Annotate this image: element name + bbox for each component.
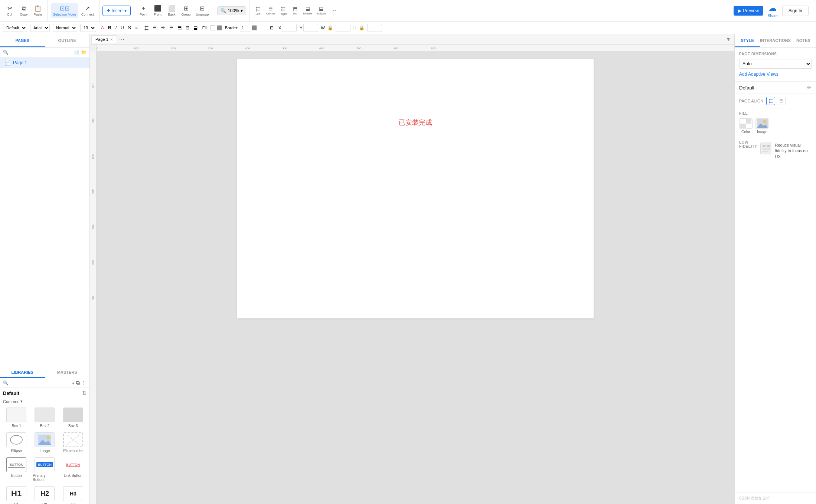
align-left-icon: ⬱ <box>256 6 260 12</box>
font-select[interactable]: Arial <box>30 24 50 32</box>
lock-h-button[interactable]: 🔒 <box>357 24 366 31</box>
h-input[interactable] <box>367 24 382 32</box>
tab-pages[interactable]: PAGES <box>0 34 45 47</box>
page-content[interactable]: 已安装完成 <box>237 59 594 318</box>
list-button[interactable]: ≡ <box>133 24 140 31</box>
w-input[interactable] <box>336 24 350 32</box>
align-middle-button[interactable]: ⬓ Middle <box>301 5 314 16</box>
front-button[interactable]: ⬛ Front <box>151 3 164 18</box>
lib-arrows[interactable]: ⇅ <box>82 390 87 396</box>
align-left-button[interactable]: ⬱ Left <box>252 5 264 17</box>
page-align-center-btn[interactable]: ☰ <box>777 97 786 105</box>
lib-search-input[interactable] <box>10 381 70 385</box>
lib-more-icon[interactable]: ⋮ <box>81 380 87 386</box>
connect-button[interactable]: ↗ Connect <box>79 3 96 18</box>
common-label: Common ▾ <box>0 398 89 405</box>
y-input[interactable] <box>303 24 318 32</box>
add-folder-icon[interactable]: 📁 <box>81 50 87 55</box>
fill-image-option[interactable]: Image <box>755 118 769 134</box>
font-size-select[interactable]: 13 <box>80 24 96 32</box>
border-align-button[interactable]: ⊟ <box>268 24 275 31</box>
connect-label: Connect <box>81 13 94 16</box>
text-align-center-button[interactable]: ☰ <box>151 24 159 31</box>
selection-mode-button[interactable]: ⊡⊡ Selection Mode <box>51 3 78 18</box>
canvas-expand-icon[interactable]: ▾ <box>724 36 733 43</box>
tab-libraries[interactable]: LIBRARIES <box>0 367 45 378</box>
insert-icon: ✚ <box>107 8 110 13</box>
text-valign-bot-button[interactable]: ⬓ <box>192 24 199 31</box>
tab-outline[interactable]: OUTLINE <box>45 34 90 47</box>
text-align-justify-button[interactable]: ☰ <box>167 24 175 31</box>
add-lib-icon[interactable]: + <box>72 380 75 386</box>
widget-image[interactable]: Image <box>31 431 58 454</box>
widget-h3[interactable]: H3 H3 <box>60 485 87 504</box>
fill-color2-box[interactable] <box>217 25 222 30</box>
widget-h1[interactable]: H1 H1 <box>3 485 30 504</box>
tab-interactions[interactable]: INTERACTIONS <box>760 34 791 47</box>
widget-primary-button[interactable]: BUTTON Primary Button <box>31 456 58 483</box>
border-input[interactable] <box>240 24 250 32</box>
tab-masters[interactable]: MASTERS <box>45 367 90 378</box>
widget-placeholder[interactable]: Placeholder <box>60 431 87 454</box>
cut-button[interactable]: ✂ Cut <box>3 3 16 18</box>
tab-notes[interactable]: NOTES <box>791 34 816 47</box>
canvas-tab-close-icon[interactable]: ✕ <box>110 37 113 42</box>
preview-button[interactable]: ▶ Preview <box>734 6 763 16</box>
ruler-mark-700: 700 <box>356 47 361 50</box>
fill-section: Fill: <box>202 25 222 30</box>
italic-button[interactable]: I <box>114 24 118 31</box>
copy-button[interactable]: ⧉ Copy <box>17 4 30 18</box>
x-input[interactable] <box>282 24 297 32</box>
canvas-page[interactable]: 已安装完成 <box>97 51 734 504</box>
back-button[interactable]: ⬜ Back <box>165 3 179 18</box>
widget-h2[interactable]: H2 H2 <box>31 485 58 504</box>
page-align-row: PAGE ALIGN ⬱ ☰ <box>739 97 812 105</box>
add-page-icon[interactable]: 📄 <box>74 50 79 55</box>
fill-color-box[interactable] <box>210 25 215 30</box>
widget-ellipse[interactable]: Ellipse <box>3 431 30 454</box>
widget-box2[interactable]: Box 2 <box>31 406 58 429</box>
edit-icon[interactable]: ✏ <box>807 85 812 91</box>
pages-search-input[interactable] <box>10 50 72 55</box>
share-button[interactable]: ☁ Share <box>768 3 778 18</box>
text-align-right-button[interactable]: ⬲ <box>159 24 167 31</box>
style-select[interactable]: Default <box>3 24 27 32</box>
widget-button[interactable]: BUTTON Button <box>3 456 30 483</box>
point-button[interactable]: ⌖ Point <box>137 4 150 18</box>
page-item-1[interactable]: 📄 Page 1 <box>0 58 89 68</box>
group-button[interactable]: ⊞ Group <box>179 3 193 18</box>
more-button[interactable]: >> <box>329 8 340 13</box>
strikethrough-button[interactable]: S <box>126 24 133 31</box>
underline-button[interactable]: U <box>119 24 126 31</box>
ungroup-button[interactable]: ⊟ Ungroup <box>194 3 211 18</box>
tab-style[interactable]: STYLE <box>735 34 760 47</box>
lib-copy-icon[interactable]: ⧉ <box>76 380 80 386</box>
align-right-button[interactable]: ⬱ Right <box>278 5 289 17</box>
zoom-control[interactable]: 🔍 100% ▾ <box>217 6 246 15</box>
signin-button[interactable]: Sign In <box>782 6 809 16</box>
align-bottom-button[interactable]: ⬓ Bottom <box>314 5 327 16</box>
text-valign-top-button[interactable]: ⬒ <box>176 24 183 31</box>
align-center-button[interactable]: ☰ Center <box>264 5 277 16</box>
text-align-left-button[interactable]: ⬱ <box>143 24 150 31</box>
page-align-buttons: ⬱ ☰ <box>766 97 786 105</box>
widget-link-button[interactable]: BUTTON Link Button <box>60 456 87 483</box>
widget-box3[interactable]: Box 3 <box>60 406 87 429</box>
text-valign-mid-button[interactable]: ⊟ <box>184 24 191 31</box>
add-adaptive-views-link[interactable]: Add Adaptive Views <box>739 72 812 77</box>
lock-ratio-button[interactable]: 🔒 <box>326 24 335 31</box>
bold-button[interactable]: B <box>106 24 113 31</box>
page-dimensions-select[interactable]: Auto <box>739 59 812 69</box>
paste-button[interactable]: 📋 Paste <box>31 3 45 18</box>
fill-color-option[interactable]: Color <box>739 118 753 134</box>
weight-select[interactable]: Normal <box>53 24 77 32</box>
widget-box1[interactable]: Box 1 <box>3 406 30 429</box>
canvas-tab-page1[interactable]: Page 1 ✕ <box>91 35 117 43</box>
format-color-button[interactable]: A <box>99 24 106 31</box>
canvas-more-button[interactable]: ⋯ <box>117 36 127 42</box>
align-top-button[interactable]: ⬒ Top <box>290 5 301 16</box>
page-align-left-btn[interactable]: ⬱ <box>766 97 775 105</box>
insert-button[interactable]: ✚ Insert ▾ <box>102 6 131 16</box>
border-color-box[interactable] <box>252 25 257 30</box>
border-style-button[interactable]: — <box>258 24 267 31</box>
